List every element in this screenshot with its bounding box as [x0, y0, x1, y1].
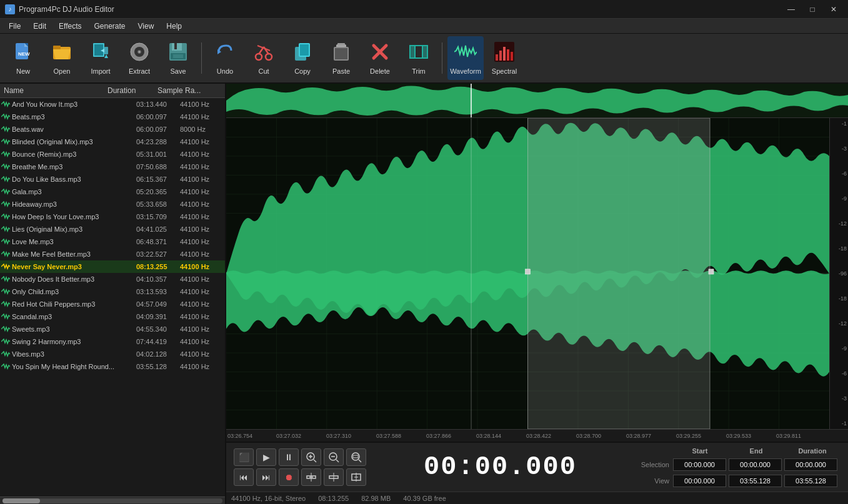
- zoom-fit-y-button[interactable]: [346, 468, 366, 486]
- menu-effects[interactable]: Effects: [52, 21, 87, 32]
- delete-button[interactable]: Delete: [362, 36, 398, 80]
- copy-button[interactable]: Copy: [284, 36, 321, 80]
- undo-button[interactable]: Undo: [207, 36, 243, 80]
- file-row[interactable]: Beats.mp306:00.09744100 Hz: [0, 111, 225, 123]
- file-sample-rate: 44100 Hz: [180, 175, 224, 183]
- overview-waveform[interactable]: [226, 84, 848, 118]
- file-name: Beats.wav: [12, 126, 136, 133]
- save-button[interactable]: Save: [160, 36, 196, 80]
- menu-generate[interactable]: Generate: [88, 21, 132, 32]
- svg-text:NEW: NEW: [18, 51, 30, 57]
- file-row[interactable]: Only Child.mp303:13.59344100 Hz: [0, 285, 225, 298]
- extract-button[interactable]: Extract: [121, 36, 157, 80]
- zoom-out-y-button[interactable]: [324, 468, 344, 486]
- minimize-button[interactable]: —: [782, 3, 801, 16]
- file-row[interactable]: And You Know It.mp303:13.44044100 Hz: [0, 98, 225, 111]
- file-row[interactable]: Lies (Original Mix).mp304:41.02544100 Hz: [0, 223, 225, 235]
- file-sample-rate: 44100 Hz: [180, 151, 224, 158]
- file-row[interactable]: Vibes.mp304:02.12844100 Hz: [0, 348, 225, 360]
- selection-label: Selection: [634, 461, 672, 468]
- file-row[interactable]: Bounce (Remix).mp305:31.00144100 Hz: [0, 148, 225, 161]
- file-size: 82.98 MB: [361, 495, 391, 502]
- trim-button[interactable]: Trim: [401, 36, 437, 80]
- file-name: Vibes.mp3: [12, 350, 136, 358]
- db-label: -18: [839, 245, 847, 252]
- svg-rect-9: [104, 47, 108, 54]
- file-row[interactable]: How Deep Is Your Love.mp303:15.70944100 …: [0, 210, 225, 223]
- menu-edit[interactable]: Edit: [27, 21, 52, 32]
- svg-line-25: [257, 46, 270, 51]
- selection-end[interactable]: 00:00.000: [729, 458, 782, 471]
- file-row[interactable]: You Spin My Head Right Round...03:55.128…: [0, 360, 225, 373]
- zoom-full-x-button[interactable]: [346, 448, 366, 466]
- file-row[interactable]: Blinded (Original Mix).mp304:23.28844100…: [0, 136, 225, 148]
- file-list-scrollbar[interactable]: [0, 497, 225, 504]
- file-row[interactable]: Nobody Does It Better.mp304:10.35744100 …: [0, 273, 225, 285]
- tick-4: 03:27.866: [426, 433, 451, 439]
- file-row[interactable]: Make Me Feel Better.mp303:22.52744100 Hz: [0, 248, 225, 260]
- end-header: End: [728, 447, 784, 455]
- import-icon: [91, 42, 111, 65]
- view-start[interactable]: 00:00.000: [673, 475, 726, 487]
- wave-icon: [1, 114, 10, 120]
- import-label: Import: [91, 67, 110, 75]
- svg-rect-37: [422, 46, 427, 58]
- menu-view[interactable]: View: [132, 21, 161, 32]
- zoom-out-x-button[interactable]: [324, 448, 344, 466]
- selection-duration[interactable]: 00:00.000: [784, 458, 837, 471]
- zoom-in-y-button[interactable]: [301, 468, 321, 486]
- selection-start[interactable]: 00:00.000: [673, 458, 726, 471]
- menu-file[interactable]: File: [2, 21, 27, 32]
- spectral-button[interactable]: Spectral: [486, 36, 522, 80]
- waveform-button[interactable]: Waveform: [447, 36, 484, 80]
- titlebar: ♪ Program4Pc DJ Audio Editor — □ ✕: [0, 0, 848, 19]
- zoom-in-x-button[interactable]: [301, 448, 321, 466]
- cut-button[interactable]: Cut: [246, 36, 282, 80]
- forward-button[interactable]: ⏭: [256, 468, 276, 486]
- play-button[interactable]: ▶: [256, 448, 276, 466]
- view-duration[interactable]: 03:55.128: [784, 475, 837, 487]
- waveform-label: Waveform: [450, 67, 481, 75]
- file-row[interactable]: Breathe Me.mp307:50.68844100 Hz: [0, 161, 225, 173]
- wave-icon: [1, 363, 10, 370]
- file-row[interactable]: Scandal.mp304:09.39144100 Hz: [0, 310, 225, 323]
- rewind-button[interactable]: ⏮: [234, 468, 254, 486]
- file-sample-rate: 44100 Hz: [180, 163, 224, 170]
- new-button[interactable]: NEW New: [5, 36, 41, 80]
- wave-icon: [1, 164, 10, 170]
- file-row[interactable]: Sweets.mp304:55.34044100 Hz: [0, 323, 225, 335]
- import-button[interactable]: Import: [82, 36, 119, 80]
- main-waveform[interactable]: [226, 118, 829, 429]
- paste-button[interactable]: Paste: [323, 36, 359, 80]
- stop-button[interactable]: ⬛: [234, 448, 254, 466]
- view-end[interactable]: 03:55.128: [729, 475, 782, 487]
- file-row[interactable]: Love Me.mp306:48.37144100 Hz: [0, 235, 225, 248]
- file-row[interactable]: Swing 2 Harmony.mp307:44.41944100 Hz: [0, 335, 225, 348]
- file-row[interactable]: Beats.wav06:00.0978000 Hz: [0, 123, 225, 136]
- file-duration: 07:44.419: [136, 338, 180, 345]
- svg-point-14: [139, 51, 141, 52]
- file-row[interactable]: Never Say Never.mp308:13.25544100 Hz: [0, 260, 225, 273]
- file-sample-rate: 44100 Hz: [180, 225, 224, 233]
- wave-icon: [1, 126, 10, 132]
- file-name: Breathe Me.mp3: [12, 163, 136, 170]
- file-row[interactable]: Red Hot Chili Peppers.mp304:57.04944100 …: [0, 298, 225, 310]
- open-button[interactable]: Open: [44, 36, 80, 80]
- file-row[interactable]: Gala.mp305:20.36544100 Hz: [0, 185, 225, 198]
- pause-button[interactable]: ⏸: [279, 448, 299, 466]
- maximize-button[interactable]: □: [803, 3, 822, 16]
- close-button[interactable]: ✕: [824, 3, 843, 16]
- separator-2: [442, 42, 442, 74]
- disk-free: 40.39 GB free: [403, 495, 446, 502]
- file-list-body[interactable]: And You Know It.mp303:13.44044100 Hz Bea…: [0, 98, 225, 497]
- file-row[interactable]: Do You Like Bass.mp306:15.36744100 Hz: [0, 173, 225, 185]
- menu-help[interactable]: Help: [160, 21, 188, 32]
- record-button[interactable]: ⏺: [279, 468, 299, 486]
- tick-10: 03:29.533: [726, 433, 751, 439]
- file-row[interactable]: Hideaway.mp305:33.65844100 Hz: [0, 198, 225, 210]
- file-name: Do You Like Bass.mp3: [12, 175, 136, 183]
- svg-rect-46: [511, 52, 513, 61]
- scroll-thumb[interactable]: [2, 498, 40, 503]
- view-label: View: [634, 477, 672, 485]
- selection-headers: Start End Duration: [634, 447, 841, 455]
